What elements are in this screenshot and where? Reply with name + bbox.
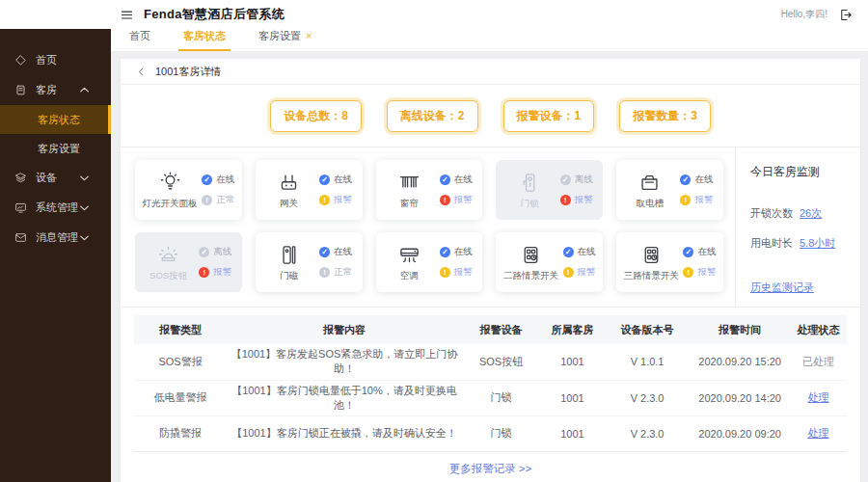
connectivity-label: 在线 — [578, 246, 596, 258]
status-cell[interactable]: 处理 — [790, 415, 847, 451]
device-info: 二路情景开关 — [503, 243, 558, 282]
device-info: 取电槽 — [627, 171, 673, 210]
device-statuses: 在线正常 — [319, 246, 352, 279]
connectivity-label: 在线 — [334, 246, 352, 258]
device-card-1[interactable]: 网关在线报警 — [256, 160, 363, 220]
sidebar-subitem-1-0[interactable]: 客房状态 — [0, 105, 111, 134]
connectivity-label: 离线 — [575, 174, 593, 186]
table-cell: 防撬警报 — [134, 415, 227, 451]
sidebar-item-3[interactable]: 系统管理 — [0, 193, 111, 223]
table-row: 低电量警报【1001】客房门锁电量低于10%，请及时更换电池！门锁1001V 2… — [134, 380, 847, 415]
home-icon — [14, 54, 27, 67]
condition-label: 报警 — [578, 266, 596, 279]
table-cell: V 2.3.0 — [605, 415, 691, 451]
danger-status-icon — [560, 195, 571, 205]
metric-value-link[interactable]: 5.8小时 — [800, 236, 835, 251]
condition-label: 报警 — [575, 194, 593, 206]
device-name: 取电槽 — [637, 198, 665, 210]
stat-value: 8 — [341, 109, 348, 122]
table-cell: 门锁 — [462, 380, 540, 415]
sidebar-item-label: 消息管理 — [36, 230, 78, 245]
table-cell: 【1001】客房门锁正在被撬，请及时确认安全！ — [227, 415, 462, 451]
connectivity-label: 在线 — [454, 246, 473, 258]
online-status-icon — [440, 174, 450, 185]
chevron-down-icon — [78, 201, 91, 214]
table-cell: V 2.3.0 — [605, 380, 691, 415]
system-icon — [14, 201, 27, 214]
app-header: Fenda智慧酒店后管系统 Hello,李四! — [0, 0, 868, 29]
device-card-5[interactable]: SOS按钮离线报警 — [135, 232, 242, 292]
header-right: Hello,李四! — [781, 8, 853, 22]
device-statuses: 在线报警 — [440, 246, 473, 279]
connectivity-status: 在线 — [683, 246, 716, 258]
metric-value-link[interactable]: 26次 — [800, 206, 822, 221]
device-card-7[interactable]: 空调在线报警 — [376, 232, 483, 292]
table-cell: 2020.09.20 15:20 — [690, 344, 789, 380]
device-card-2[interactable]: 窗帘在线报警 — [376, 160, 483, 220]
history-record-link[interactable]: 历史监测记录 — [750, 281, 814, 295]
device-info: 窗帘 — [386, 171, 432, 210]
table-cell: 1001 — [540, 415, 605, 451]
online-status-icon — [440, 247, 450, 257]
device-card-3[interactable]: 门锁离线报警 — [496, 160, 603, 220]
warning-status-icon — [563, 267, 574, 278]
close-icon[interactable]: × — [306, 31, 312, 41]
sidebar-item-2[interactable]: 设备 — [0, 163, 111, 193]
logout-icon[interactable] — [838, 8, 853, 22]
breadcrumb: 1001客房详情 — [121, 59, 860, 85]
sidebar-item-4[interactable]: 消息管理 — [0, 223, 111, 253]
device-name: SOS按钮 — [149, 270, 187, 282]
device-name: 空调 — [400, 270, 419, 282]
hamburger-icon[interactable] — [120, 8, 134, 22]
online-status-icon — [319, 247, 330, 257]
online-status-icon — [202, 174, 212, 185]
sidebar-item-0[interactable]: 首页 — [0, 45, 111, 75]
device-card-6[interactable]: 门磁在线正常 — [256, 232, 363, 292]
connectivity-status: 离线 — [560, 174, 593, 186]
device-statuses: 离线报警 — [560, 174, 593, 206]
table-cell: V 1.0.1 — [605, 344, 691, 380]
sidebar-item-label: 设备 — [36, 171, 57, 185]
device-card-8[interactable]: 二路情景开关在线报警 — [496, 232, 603, 292]
tab-0[interactable]: 首页 — [124, 29, 155, 51]
tab-1[interactable]: 客房状态 — [178, 29, 231, 51]
device-card-4[interactable]: 取电槽在线报警 — [616, 160, 723, 220]
alarm-table-section: 报警类型报警内容报警设备所属客房设备版本号报警时间处理状态 SOS警报【1001… — [121, 307, 860, 451]
back-icon[interactable] — [136, 67, 147, 77]
device-statuses: 在线报警 — [683, 246, 716, 279]
monitor-metric-0: 开锁次数26次 — [750, 206, 853, 221]
sidebar-subitem-1-1[interactable]: 客房设置 — [0, 134, 111, 163]
content-area: 首页客房状态客房设置× 1001客房详情 设备总数：8离线设备：2报警设备：1报… — [111, 29, 868, 482]
user-greeting: Hello,李四! — [781, 8, 827, 21]
device-card-9[interactable]: 三路情景开关在线报警 — [616, 232, 723, 292]
tab-2[interactable]: 客房设置× — [254, 29, 316, 51]
device-card-0[interactable]: 灯光开关面板在线正常 — [135, 160, 242, 220]
column-header-4: 设备版本号 — [605, 315, 691, 344]
message-icon — [14, 231, 27, 244]
status-cell[interactable]: 处理 — [790, 380, 847, 415]
condition-label: 报警 — [213, 266, 231, 279]
danger-status-icon — [440, 195, 450, 205]
condition-status: 正常 — [202, 194, 234, 206]
table-cell: 【1001】客房发起SOS紧急求助，请立即上门协助！ — [227, 344, 462, 380]
room-monitor-panel: 今日客房监测 开锁次数26次用电时长5.8小时 历史监测记录 — [735, 147, 860, 307]
sidebar-item-1[interactable]: 客房 — [0, 75, 111, 105]
column-header-0: 报警类型 — [134, 315, 227, 344]
sos-icon — [156, 243, 180, 267]
device-statuses: 离线报警 — [199, 246, 231, 279]
connectivity-status: 在线 — [202, 174, 234, 186]
connectivity-status: 在线 — [440, 246, 473, 258]
tab-label: 客房设置 — [258, 29, 301, 43]
stat-badge-0: 设备总数：8 — [270, 100, 362, 132]
warning-status-icon — [680, 195, 691, 205]
connectivity-status: 离线 — [199, 246, 231, 258]
table-cell: 低电量警报 — [134, 380, 227, 415]
device-statuses: 在线报警 — [319, 174, 352, 206]
device-name: 三路情景开关 — [624, 270, 679, 282]
sidebar-item-label: 客房 — [36, 83, 57, 97]
more-alarms-link[interactable]: 更多报警记录 >> — [134, 451, 847, 482]
connectivity-label: 在线 — [216, 174, 234, 186]
gateway-icon — [277, 171, 301, 195]
ac-icon — [397, 243, 421, 267]
normal-status-icon — [202, 195, 212, 205]
